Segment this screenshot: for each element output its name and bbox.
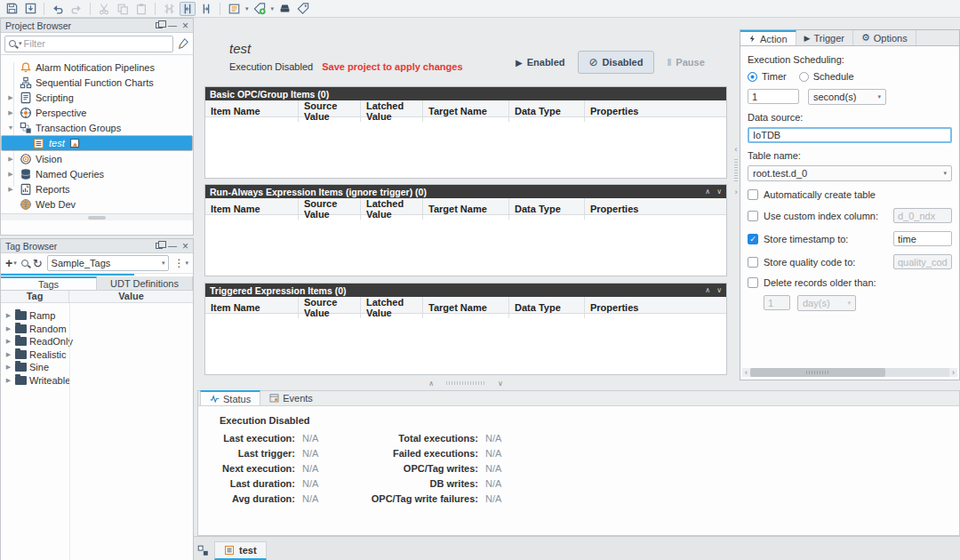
search-dropdown-icon[interactable]: ▾ [19, 40, 22, 47]
collapse-up-icon[interactable]: ∧ [705, 286, 710, 294]
column-item-name[interactable]: Item Name [205, 297, 299, 318]
delete-value-input[interactable] [764, 295, 790, 310]
tree-item-test[interactable]: test [1, 135, 193, 151]
merge-disabled-icon[interactable] [161, 2, 177, 16]
tree-item-perspective[interactable]: ▶ Perspective [1, 105, 193, 120]
timer-unit-select[interactable]: second(s) ▾ [808, 89, 886, 105]
tab-status[interactable]: Status [200, 390, 260, 405]
store-quality-input[interactable] [893, 254, 952, 269]
horizontal-splitter[interactable]: ∧ ∨ [197, 377, 734, 389]
tree-item-vision[interactable]: ▶ Vision [1, 151, 193, 166]
expander-icon[interactable]: ▶ [6, 156, 15, 163]
scroll-left-icon[interactable]: ‹ [742, 368, 750, 377]
column-value[interactable]: Value [69, 291, 193, 302]
checkbox-unchecked[interactable] [748, 257, 758, 268]
tab-action[interactable]: Action [740, 30, 796, 45]
collapse-down-icon[interactable]: ∨ [716, 188, 722, 196]
redo-icon[interactable] [68, 2, 84, 16]
column-target-name[interactable]: Target Name [423, 297, 509, 318]
expander-icon[interactable]: ▼ [6, 124, 15, 131]
tag-folder-ramp[interactable]: ▶ Ramp [1, 309, 193, 323]
checkbox-unchecked[interactable] [748, 211, 758, 221]
undo-icon[interactable] [50, 2, 66, 16]
copy-icon[interactable] [115, 2, 131, 16]
table-name-select[interactable]: root.test.d_0 ▾ [748, 165, 952, 181]
column-properties[interactable]: Properties [585, 297, 726, 318]
splitter-grip[interactable] [734, 159, 738, 182]
column-properties[interactable]: Properties [585, 198, 726, 220]
column-data-type[interactable]: Data Type [509, 297, 585, 318]
tag-add-dropdown-icon[interactable]: ▾ [271, 5, 275, 12]
column-target-name[interactable]: Target Name [423, 100, 509, 122]
project-filter-box[interactable]: ▾ [4, 36, 173, 52]
enabled-button[interactable]: ▶ Enabled [516, 57, 565, 68]
table-body-empty[interactable] [205, 215, 726, 276]
expander-icon[interactable]: ▶ [6, 94, 15, 101]
schedule-radio[interactable]: Schedule [799, 71, 854, 82]
add-tag-button[interactable]: +▾ [5, 258, 17, 268]
timer-value-input[interactable] [748, 89, 799, 104]
column-data-type[interactable]: Data Type [509, 100, 585, 122]
column-tag[interactable]: Tag [1, 291, 69, 302]
column-source-value[interactable]: Source Value [299, 198, 361, 220]
merge-right-icon[interactable] [198, 2, 214, 16]
merge-left-icon[interactable] [180, 2, 196, 16]
tree-item-sfc[interactable]: Sequential Function Charts [1, 75, 193, 90]
restore-icon[interactable] [156, 243, 163, 249]
paste-icon[interactable] [133, 2, 149, 16]
save-icon[interactable] [4, 2, 20, 16]
splitter-right-icon[interactable]: › [735, 188, 738, 196]
tab-options[interactable]: ⚙ Options [853, 30, 916, 45]
custom-index-input[interactable] [893, 208, 952, 223]
project-filter-input[interactable] [24, 38, 169, 49]
column-latched-value[interactable]: Latched Value [361, 297, 423, 318]
tag-add-icon[interactable] [252, 2, 268, 16]
expander-icon[interactable]: ▶ [6, 109, 15, 116]
scroll-right-icon[interactable]: › [949, 368, 957, 377]
table-body-empty[interactable] [205, 314, 726, 374]
column-source-value[interactable]: Source Value [299, 297, 361, 318]
column-latched-value[interactable]: Latched Value [361, 100, 423, 122]
splitter-down-icon[interactable]: ∨ [498, 380, 503, 388]
splitter-up-icon[interactable]: ∧ [428, 380, 434, 388]
data-source-input[interactable] [748, 127, 952, 143]
export-icon[interactable] [22, 2, 38, 16]
tag-search-icon[interactable] [21, 260, 28, 267]
cut-icon[interactable] [96, 2, 112, 16]
horizontal-scrollbar[interactable]: ‹ › [742, 368, 957, 377]
expander-icon[interactable]: ▶ [4, 364, 12, 371]
tag-folder-realistic[interactable]: ▶ Realistic [1, 348, 193, 362]
timer-radio[interactable]: Timer [748, 71, 787, 82]
delete-unit-select[interactable]: day(s) ▾ [797, 295, 856, 311]
checkbox-unchecked[interactable] [748, 277, 758, 288]
column-item-name[interactable]: Item Name [205, 100, 299, 122]
checkbox-checked[interactable]: ✓ [748, 234, 758, 244]
tab-udt-definitions[interactable]: UDT Definitions [97, 276, 193, 290]
scrollbar-track[interactable] [750, 368, 949, 377]
splitter-grip[interactable] [446, 381, 485, 385]
tab-tags[interactable]: Tags [1, 276, 97, 290]
tab-trigger[interactable]: ▶ Trigger [796, 30, 853, 45]
tag-folder-sine[interactable]: ▶ Sine [1, 361, 193, 374]
collapse-down-icon[interactable]: ∨ [716, 286, 722, 294]
column-item-name[interactable]: Item Name [205, 198, 299, 220]
expander-icon[interactable]: ▶ [4, 377, 12, 384]
tag-folder-readonly[interactable]: ▶ ReadOnly [1, 335, 193, 348]
tree-item-web-dev[interactable]: Web Dev [1, 196, 193, 212]
checkbox-unchecked[interactable] [748, 189, 758, 200]
vertical-splitter[interactable]: ‹ › [732, 29, 740, 380]
project-browser-resize-grip[interactable] [1, 213, 193, 220]
tree-item-transaction-groups[interactable]: ▼ Transaction Groups [1, 120, 193, 135]
scrollbar-thumb[interactable] [750, 368, 885, 377]
expander-icon[interactable]: ▶ [6, 171, 15, 178]
tab-events[interactable]: Events [260, 390, 322, 405]
close-icon[interactable]: × [182, 242, 188, 251]
column-properties[interactable]: Properties [585, 100, 726, 122]
refresh-icon[interactable]: ↻ [33, 257, 43, 270]
expander-icon[interactable]: ▶ [4, 312, 12, 319]
tree-item-named-queries[interactable]: ▶ Named Queries [1, 166, 193, 181]
column-data-type[interactable]: Data Type [509, 198, 585, 220]
tag-folder-random[interactable]: ▶ Random [1, 323, 193, 336]
expander-icon[interactable]: ▶ [4, 325, 12, 332]
notes-dropdown-icon[interactable]: ▾ [245, 5, 249, 12]
